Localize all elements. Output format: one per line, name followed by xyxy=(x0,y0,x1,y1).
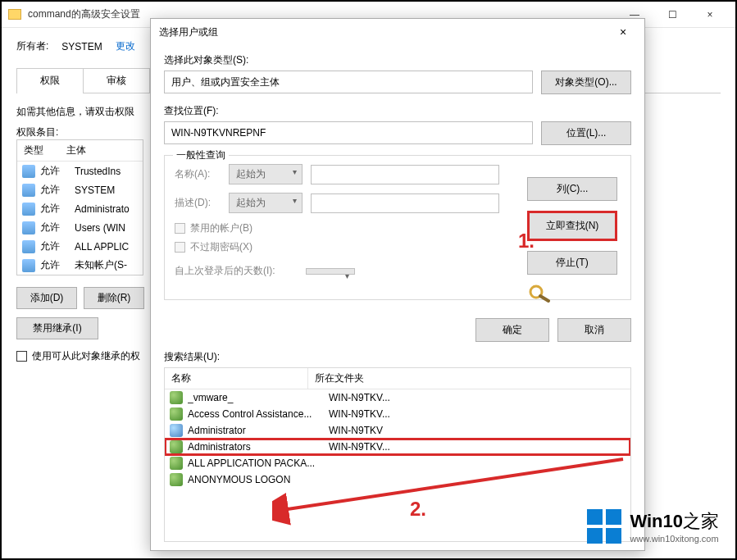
locations-button[interactable]: 位置(L)... xyxy=(541,121,631,145)
permission-list[interactable]: 类型 主体 允许TrustedIns 允许SYSTEM 允许Administra… xyxy=(16,139,143,275)
select-user-group-dialog: 选择用户或组 × 选择此对象类型(S): 对象类型(O)... 查找位置(F):… xyxy=(150,18,645,551)
common-queries-group: 一般性查询 名称(A): 起始为 描述(D): 起始为 禁用的帐户(B) 不过期… xyxy=(164,155,631,300)
watermark-url: www.win10xitong.com xyxy=(630,534,719,544)
perm-row[interactable]: 允许ALL APPLIC xyxy=(17,237,143,256)
user-icon xyxy=(22,240,35,253)
days-combo[interactable] xyxy=(306,268,355,275)
group-icon xyxy=(170,473,183,486)
result-name: Administrators xyxy=(188,441,324,453)
days-since-logon-label: 自上次登录后的天数(I): xyxy=(175,264,298,278)
dlg-title: 选择用户或组 xyxy=(159,25,610,39)
add-button[interactable]: 添加(D) xyxy=(16,287,77,309)
disable-inheritance-button[interactable]: 禁用继承(I) xyxy=(16,317,98,339)
result-row[interactable]: Access Control Assistance...WIN-N9TKV... xyxy=(165,406,630,422)
annotation-2: 2. xyxy=(410,498,426,521)
tab-auditing[interactable]: 审核 xyxy=(83,68,150,93)
cancel-button[interactable]: 取消 xyxy=(557,318,631,342)
object-types-button[interactable]: 对象类型(O)... xyxy=(541,71,631,94)
user-icon xyxy=(22,165,35,178)
search-results-list[interactable]: 名称 所在文件夹 _vmware_WIN-N9TKV...Access Cont… xyxy=(164,367,631,542)
windows-logo-icon xyxy=(587,509,621,544)
tab-permissions[interactable]: 权限 xyxy=(16,68,84,93)
col-type: 类型 xyxy=(17,140,60,161)
col-principal: 主体 xyxy=(60,140,93,161)
nonexpiring-password-label: 不过期密码(X) xyxy=(190,240,252,254)
maximize-button[interactable]: ☐ xyxy=(653,2,691,27)
result-row[interactable]: ANONYMOUS LOGON xyxy=(165,471,630,488)
dlg-titlebar: 选择用户或组 × xyxy=(151,19,644,45)
disabled-accounts-label: 禁用的帐户(B) xyxy=(190,221,252,235)
common-queries-legend: 一般性查询 xyxy=(173,148,229,162)
group-icon xyxy=(170,457,183,470)
object-type-field[interactable] xyxy=(164,71,533,93)
result-name: ANONYMOUS LOGON xyxy=(188,474,324,485)
result-name: Access Control Assistance... xyxy=(188,408,324,420)
desc-label: 描述(D): xyxy=(175,196,221,210)
change-owner-link[interactable]: 更改 xyxy=(116,39,135,53)
object-type-label: 选择此对象类型(S): xyxy=(164,53,631,67)
svg-line-1 xyxy=(540,296,548,301)
watermark: Win10之家 www.win10xitong.com xyxy=(587,509,719,544)
result-name: ALL APPLICATION PACKA... xyxy=(188,458,324,469)
user-icon xyxy=(170,424,183,437)
owner-value: SYSTEM xyxy=(61,41,102,52)
owner-label: 所有者: xyxy=(16,39,48,53)
result-row[interactable]: _vmware_WIN-N9TKV... xyxy=(165,389,630,406)
stop-button[interactable]: 停止(T) xyxy=(527,251,617,275)
search-icon xyxy=(527,285,552,303)
dlg-close-button[interactable]: × xyxy=(610,22,636,42)
watermark-suffix: 之家 xyxy=(683,511,719,531)
perm-row[interactable]: 允许未知帐户(S- xyxy=(17,256,143,275)
group-icon xyxy=(170,440,183,453)
results-label: 搜索结果(U): xyxy=(164,350,631,364)
col-name: 名称 xyxy=(165,368,308,389)
result-folder: WIN-N9TKV xyxy=(329,425,383,436)
name-label: 名称(A): xyxy=(175,167,221,181)
ok-button[interactable]: 确定 xyxy=(475,318,549,342)
perm-row[interactable]: 允许Users (WIN xyxy=(17,218,143,237)
result-row[interactable]: AdministratorWIN-N9TKV xyxy=(165,422,630,439)
location-field[interactable] xyxy=(164,121,533,144)
close-button[interactable]: × xyxy=(691,2,729,27)
desc-combo[interactable]: 起始为 xyxy=(229,193,303,213)
result-folder: WIN-N9TKV... xyxy=(329,441,390,453)
name-input[interactable] xyxy=(311,165,499,184)
user-icon xyxy=(22,184,35,197)
result-folder: WIN-N9TKV... xyxy=(329,408,390,420)
user-icon xyxy=(22,221,35,234)
col-folder: 所在文件夹 xyxy=(308,368,371,389)
nonexpiring-password-checkbox[interactable] xyxy=(175,242,185,253)
folder-icon xyxy=(8,9,21,20)
location-label: 查找位置(F): xyxy=(164,104,631,118)
find-now-button[interactable]: 立即查找(N) xyxy=(527,211,617,241)
result-folder: WIN-N9TKV... xyxy=(329,392,390,403)
columns-button[interactable]: 列(C)... xyxy=(527,177,617,201)
replace-label: 使用可从此对象继承的权 xyxy=(32,349,140,363)
group-icon xyxy=(170,391,183,404)
name-combo[interactable]: 起始为 xyxy=(229,164,303,184)
result-name: Administrator xyxy=(188,425,324,436)
replace-checkbox[interactable] xyxy=(16,351,27,362)
perm-row[interactable]: 允许SYSTEM xyxy=(17,180,143,199)
watermark-brand: Win10 xyxy=(630,511,683,531)
group-icon xyxy=(170,407,183,421)
desc-input[interactable] xyxy=(311,193,499,213)
remove-button[interactable]: 删除(R) xyxy=(84,287,144,309)
result-row[interactable]: ALL APPLICATION PACKA... xyxy=(165,455,630,471)
annotation-1: 1. xyxy=(518,230,535,253)
perm-row[interactable]: 允许Administrato xyxy=(17,199,143,218)
user-icon xyxy=(22,203,35,216)
result-name: _vmware_ xyxy=(188,392,324,403)
perm-row[interactable]: 允许TrustedIns xyxy=(17,162,143,180)
user-icon xyxy=(22,259,35,272)
result-row[interactable]: AdministratorsWIN-N9TKV... xyxy=(165,439,630,455)
disabled-accounts-checkbox[interactable] xyxy=(175,223,185,234)
